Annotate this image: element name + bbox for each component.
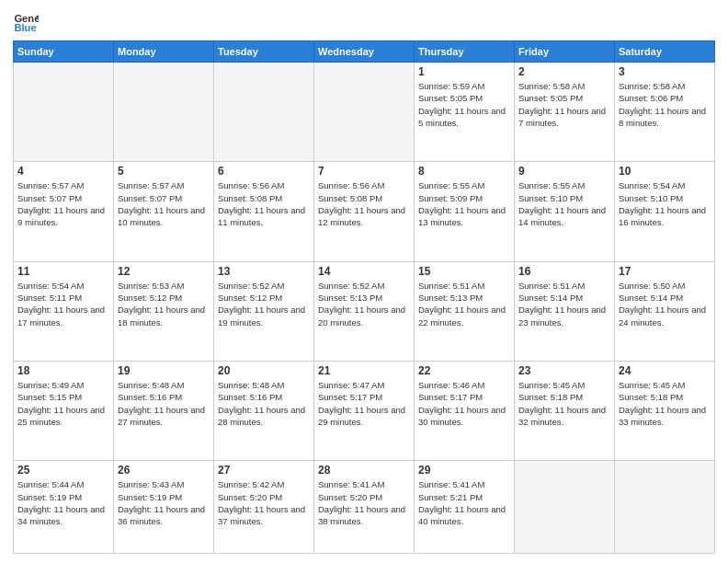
calendar-cell	[214, 63, 314, 162]
day-number: 24	[619, 364, 711, 377]
day-info: Sunrise: 5:51 AM Sunset: 5:13 PM Dayligh…	[418, 280, 510, 328]
svg-text:Blue: Blue	[14, 22, 36, 33]
day-number: 21	[318, 364, 410, 377]
day-info: Sunrise: 5:48 AM Sunset: 5:16 PM Dayligh…	[118, 379, 210, 428]
calendar-cell: 29Sunrise: 5:41 AM Sunset: 5:21 PM Dayli…	[415, 461, 515, 554]
day-info: Sunrise: 5:45 AM Sunset: 5:18 PM Dayligh…	[518, 379, 610, 428]
day-info: Sunrise: 5:57 AM Sunset: 5:07 PM Dayligh…	[17, 179, 109, 228]
calendar-cell: 19Sunrise: 5:48 AM Sunset: 5:16 PM Dayli…	[114, 361, 214, 460]
calendar-week-row: 1Sunrise: 5:59 AM Sunset: 5:05 PM Daylig…	[14, 63, 715, 162]
day-number: 16	[518, 265, 610, 278]
calendar-cell	[14, 63, 114, 162]
day-number: 14	[318, 265, 410, 278]
day-number: 17	[619, 265, 711, 278]
day-info: Sunrise: 5:57 AM Sunset: 5:07 PM Dayligh…	[118, 179, 210, 228]
calendar-cell: 7Sunrise: 5:56 AM Sunset: 5:08 PM Daylig…	[314, 162, 415, 261]
calendar-cell: 8Sunrise: 5:55 AM Sunset: 5:09 PM Daylig…	[415, 162, 515, 261]
page: General Blue SundayMondayTuesdayWednesda…	[0, 0, 728, 563]
day-info: Sunrise: 5:43 AM Sunset: 5:19 PM Dayligh…	[118, 478, 210, 527]
day-info: Sunrise: 5:58 AM Sunset: 5:05 PM Dayligh…	[518, 80, 610, 129]
day-info: Sunrise: 5:51 AM Sunset: 5:14 PM Dayligh…	[518, 280, 610, 328]
day-number: 19	[118, 364, 210, 377]
day-info: Sunrise: 5:41 AM Sunset: 5:21 PM Dayligh…	[418, 478, 510, 527]
calendar-header-tuesday: Tuesday	[214, 41, 314, 63]
day-info: Sunrise: 5:52 AM Sunset: 5:12 PM Dayligh…	[218, 280, 310, 328]
day-number: 20	[218, 364, 310, 377]
calendar-cell: 2Sunrise: 5:58 AM Sunset: 5:05 PM Daylig…	[515, 63, 615, 162]
day-info: Sunrise: 5:54 AM Sunset: 5:11 PM Dayligh…	[17, 280, 109, 328]
calendar-cell: 27Sunrise: 5:42 AM Sunset: 5:20 PM Dayli…	[214, 461, 314, 554]
day-info: Sunrise: 5:56 AM Sunset: 5:08 PM Dayligh…	[218, 179, 310, 228]
day-number: 22	[418, 364, 510, 377]
calendar-cell	[615, 461, 715, 554]
calendar-week-row: 18Sunrise: 5:49 AM Sunset: 5:15 PM Dayli…	[14, 361, 715, 460]
day-info: Sunrise: 5:46 AM Sunset: 5:17 PM Dayligh…	[418, 379, 510, 428]
day-info: Sunrise: 5:48 AM Sunset: 5:16 PM Dayligh…	[218, 379, 310, 428]
day-number: 27	[218, 464, 310, 477]
header: General Blue	[13, 9, 715, 35]
day-info: Sunrise: 5:56 AM Sunset: 5:08 PM Dayligh…	[318, 179, 410, 228]
calendar-cell: 11Sunrise: 5:54 AM Sunset: 5:11 PM Dayli…	[14, 261, 114, 361]
calendar-cell: 26Sunrise: 5:43 AM Sunset: 5:19 PM Dayli…	[114, 461, 214, 554]
day-number: 23	[518, 364, 610, 377]
calendar-header-sunday: Sunday	[14, 41, 114, 63]
calendar-cell	[114, 63, 214, 162]
day-info: Sunrise: 5:52 AM Sunset: 5:13 PM Dayligh…	[318, 280, 410, 328]
day-number: 2	[518, 65, 610, 78]
calendar-cell: 6Sunrise: 5:56 AM Sunset: 5:08 PM Daylig…	[214, 162, 314, 261]
day-number: 7	[318, 165, 410, 178]
day-info: Sunrise: 5:55 AM Sunset: 5:09 PM Dayligh…	[418, 179, 510, 228]
calendar-header-thursday: Thursday	[415, 41, 515, 63]
calendar-cell: 16Sunrise: 5:51 AM Sunset: 5:14 PM Dayli…	[515, 261, 615, 361]
day-info: Sunrise: 5:53 AM Sunset: 5:12 PM Dayligh…	[118, 280, 210, 328]
calendar-header-monday: Monday	[114, 41, 214, 63]
day-number: 25	[17, 464, 109, 477]
calendar-cell: 5Sunrise: 5:57 AM Sunset: 5:07 PM Daylig…	[114, 162, 214, 261]
calendar-cell: 1Sunrise: 5:59 AM Sunset: 5:05 PM Daylig…	[415, 63, 515, 162]
calendar-cell: 17Sunrise: 5:50 AM Sunset: 5:14 PM Dayli…	[615, 261, 715, 361]
day-info: Sunrise: 5:59 AM Sunset: 5:05 PM Dayligh…	[418, 80, 510, 129]
calendar-header-saturday: Saturday	[615, 41, 715, 63]
day-info: Sunrise: 5:55 AM Sunset: 5:10 PM Dayligh…	[518, 179, 610, 228]
day-number: 1	[418, 65, 510, 78]
day-number: 8	[418, 165, 510, 178]
calendar-cell: 4Sunrise: 5:57 AM Sunset: 5:07 PM Daylig…	[14, 162, 114, 261]
day-number: 29	[418, 464, 510, 477]
calendar-cell: 3Sunrise: 5:58 AM Sunset: 5:06 PM Daylig…	[615, 63, 715, 162]
calendar-week-row: 11Sunrise: 5:54 AM Sunset: 5:11 PM Dayli…	[14, 261, 715, 361]
day-info: Sunrise: 5:50 AM Sunset: 5:14 PM Dayligh…	[619, 280, 711, 328]
logo-icon: General Blue	[13, 9, 39, 35]
day-number: 10	[619, 165, 711, 178]
calendar-cell: 24Sunrise: 5:45 AM Sunset: 5:18 PM Dayli…	[615, 361, 715, 460]
day-number: 26	[118, 464, 210, 477]
calendar-header-friday: Friday	[515, 41, 615, 63]
calendar-cell: 12Sunrise: 5:53 AM Sunset: 5:12 PM Dayli…	[114, 261, 214, 361]
calendar-week-row: 4Sunrise: 5:57 AM Sunset: 5:07 PM Daylig…	[14, 162, 715, 261]
calendar-header-row: SundayMondayTuesdayWednesdayThursdayFrid…	[14, 41, 715, 63]
day-number: 9	[518, 165, 610, 178]
day-number: 5	[118, 165, 210, 178]
calendar-cell: 25Sunrise: 5:44 AM Sunset: 5:19 PM Dayli…	[14, 461, 114, 554]
calendar-cell: 20Sunrise: 5:48 AM Sunset: 5:16 PM Dayli…	[214, 361, 314, 460]
day-info: Sunrise: 5:42 AM Sunset: 5:20 PM Dayligh…	[218, 478, 310, 527]
day-number: 15	[418, 265, 510, 278]
day-info: Sunrise: 5:45 AM Sunset: 5:18 PM Dayligh…	[619, 379, 711, 428]
day-info: Sunrise: 5:47 AM Sunset: 5:17 PM Dayligh…	[318, 379, 410, 428]
day-number: 4	[17, 165, 109, 178]
calendar-cell: 22Sunrise: 5:46 AM Sunset: 5:17 PM Dayli…	[415, 361, 515, 460]
day-number: 28	[318, 464, 410, 477]
calendar-cell: 21Sunrise: 5:47 AM Sunset: 5:17 PM Dayli…	[314, 361, 415, 460]
calendar-cell: 13Sunrise: 5:52 AM Sunset: 5:12 PM Dayli…	[214, 261, 314, 361]
day-info: Sunrise: 5:44 AM Sunset: 5:19 PM Dayligh…	[17, 478, 109, 527]
calendar-table: SundayMondayTuesdayWednesdayThursdayFrid…	[13, 40, 715, 554]
day-info: Sunrise: 5:49 AM Sunset: 5:15 PM Dayligh…	[17, 379, 109, 428]
calendar-cell: 28Sunrise: 5:41 AM Sunset: 5:20 PM Dayli…	[314, 461, 415, 554]
day-number: 18	[17, 364, 109, 377]
calendar-cell: 23Sunrise: 5:45 AM Sunset: 5:18 PM Dayli…	[515, 361, 615, 460]
day-number: 11	[17, 265, 109, 278]
day-number: 3	[619, 65, 711, 78]
calendar-cell: 9Sunrise: 5:55 AM Sunset: 5:10 PM Daylig…	[515, 162, 615, 261]
calendar-cell: 15Sunrise: 5:51 AM Sunset: 5:13 PM Dayli…	[415, 261, 515, 361]
calendar-cell	[314, 63, 415, 162]
calendar-cell: 10Sunrise: 5:54 AM Sunset: 5:10 PM Dayli…	[615, 162, 715, 261]
